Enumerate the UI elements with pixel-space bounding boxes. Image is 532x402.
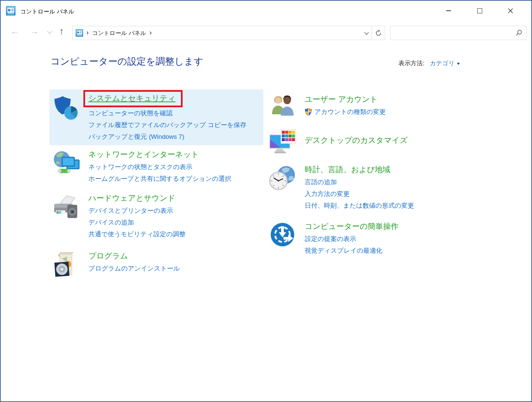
task-link-network-status[interactable]: ネットワークの状態とタスクの表示 (88, 161, 231, 173)
printer-speaker-icon[interactable] (53, 194, 80, 220)
control-panel-window: コントロール パネル ← → ↑ › (0, 0, 532, 402)
view-by-control: 表示方法: カテゴリ (398, 59, 460, 67)
view-by-value[interactable]: カテゴリ (430, 59, 455, 67)
category-title-network-internet[interactable]: ネットワークとインターネット (88, 149, 199, 159)
category-clock-language-region: 時計、言語、および地域 言語の追加 入力方法の変更 日付、時刻、または数値の形式… (266, 163, 508, 211)
task-link-suggested-settings[interactable]: 設定の提案の表示 (305, 233, 398, 245)
category-user-accounts: ユーザー アカウント アカウントの種類の変更 (266, 93, 508, 118)
up-button[interactable]: ↑ (59, 25, 64, 38)
category-ease-of-access: コンピューターの簡単操作 設定の提案の表示 視覚ディスプレイの最適化 (266, 220, 508, 256)
minimize-icon (446, 10, 451, 11)
refresh-button[interactable] (372, 26, 385, 40)
security-shield-pie-icon[interactable] (53, 95, 80, 122)
search-icon (516, 30, 522, 36)
address-dropdown-button[interactable] (362, 26, 372, 40)
category-title-user-accounts[interactable]: ユーザー アカウント (305, 94, 378, 104)
window-title: コントロール パネル (20, 8, 74, 15)
category-network-internet: ネットワークとインターネット ネットワークの状態とタスクの表示 ホームグループと… (49, 148, 263, 185)
category-programs: プログラム プログラムのアンインストール (49, 249, 263, 278)
page-title: コンピューターの設定を調整します (50, 55, 203, 68)
red-annotation-box: システムとセキュリティ (83, 90, 183, 107)
category-title-hardware-sound[interactable]: ハードウェアとサウンド (88, 193, 175, 203)
task-link-uninstall-program[interactable]: プログラムのアンインストール (88, 263, 180, 274)
breadcrumb-chevron-icon[interactable]: › (86, 29, 89, 36)
search-input[interactable] (390, 30, 516, 36)
task-link-change-input-method[interactable]: 入力方法の変更 (305, 188, 414, 200)
refresh-icon (375, 30, 382, 37)
category-title-clock-language-region[interactable]: 時計、言語、および地域 (305, 164, 390, 174)
software-box-cd-icon[interactable] (53, 251, 79, 278)
titlebar: コントロール パネル (1, 1, 531, 22)
close-icon (508, 8, 513, 13)
close-button[interactable] (499, 3, 522, 19)
forward-button[interactable]: → (30, 25, 39, 38)
category-title-system-security[interactable]: システムとセキュリティ (88, 93, 176, 103)
address-bar[interactable]: › コントロール パネル › (72, 26, 385, 40)
task-link-check-computer-status[interactable]: コンピューターの状態を確認 (88, 107, 246, 119)
monitor-color-palette-icon[interactable] (269, 129, 296, 155)
uac-shield-icon (305, 108, 312, 116)
task-link-file-history-backup[interactable]: ファイル履歴でファイルのバックアップ コピーを保存 (88, 119, 246, 131)
task-link-homegroup-sharing[interactable]: ホームグループと共有に関するオプションの選択 (88, 173, 231, 185)
main-content: コンピューターの設定を調整します 表示方法: カテゴリ システムと (1, 44, 531, 401)
task-link-change-account-type[interactable]: アカウントの種類の変更 (314, 106, 386, 118)
network-globe-monitors-icon[interactable] (53, 150, 80, 176)
category-hardware-sound: ハードウェアとサウンド デバイスとプリンターの表示 デバイスの追加 共通で使うモ… (49, 192, 263, 240)
task-link-view-devices-printers[interactable]: デバイスとプリンターの表示 (88, 205, 186, 216)
task-link-change-date-time-number-format[interactable]: 日付、時刻、または数値の形式の変更 (305, 200, 414, 211)
task-link-optimize-visual-display[interactable]: 視覚ディスプレイの最適化 (305, 245, 398, 256)
breadcrumb-control-panel[interactable]: コントロール パネル (92, 29, 146, 37)
category-title-desktop-customization[interactable]: デスクトップのカスタマイズ (305, 135, 408, 145)
minimize-button[interactable] (437, 3, 460, 19)
category-title-programs[interactable]: プログラム (88, 251, 128, 261)
category-desktop-customization: デスクトップのカスタマイズ (266, 128, 508, 155)
maximize-button[interactable] (468, 3, 491, 19)
category-system-security: システムとセキュリティ コンピューターの状態を確認 ファイル履歴でファイルのバッ… (49, 89, 263, 145)
breadcrumb-chevron-icon[interactable]: › (150, 29, 152, 36)
task-link-add-language[interactable]: 言語の追加 (305, 176, 414, 188)
view-by-dropdown[interactable]: カテゴリ (430, 59, 460, 67)
task-link-mobility-settings[interactable]: 共通で使うモビリティ設定の調整 (88, 228, 186, 240)
chevron-down-icon (364, 30, 369, 35)
control-panel-app-icon[interactable] (6, 6, 15, 15)
maximize-icon (477, 8, 482, 13)
recent-pages-chevron-icon[interactable] (47, 29, 52, 34)
back-button[interactable]: ← (10, 25, 20, 38)
task-link-add-device[interactable]: デバイスの追加 (88, 216, 186, 228)
search-box (390, 26, 527, 40)
view-by-label: 表示方法: (398, 59, 424, 67)
clock-globe-icon[interactable] (269, 165, 296, 191)
navigation-bar: ← → ↑ › コントロール パネル › (1, 22, 531, 44)
category-title-ease-of-access[interactable]: コンピューターの簡単操作 (305, 221, 398, 231)
ease-of-access-icon[interactable] (270, 222, 295, 247)
control-panel-breadcrumb-icon[interactable] (76, 29, 83, 37)
dropdown-triangle-icon (457, 63, 460, 65)
task-link-backup-restore-win7[interactable]: バックアップと復元 (Windows 7) (88, 131, 246, 143)
two-users-icon[interactable] (270, 95, 295, 116)
